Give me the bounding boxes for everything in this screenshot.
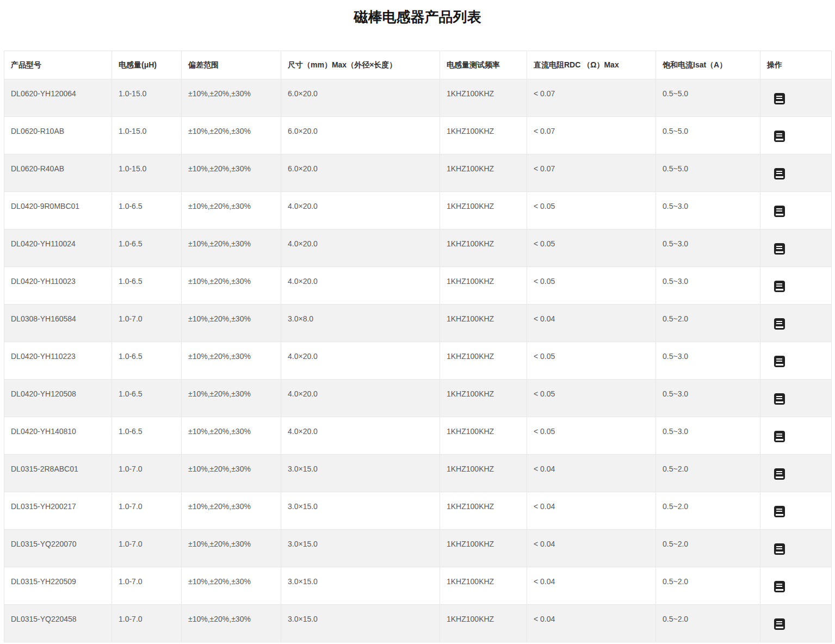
cell-freq: 1KHZ100KHZ (440, 154, 527, 192)
cell-rdc: < 0.05 (527, 417, 656, 455)
cell-rdc: < 0.05 (527, 267, 656, 305)
table-row: DL0620-R10AB1.0-15.0±10%,±20%,±30%6.0×20… (4, 117, 832, 154)
cell-isat: 0.5~2.0 (656, 305, 760, 342)
table-row: DL0420-YH1205081.0-6.5±10%,±20%,±30%4.0×… (4, 380, 832, 417)
cell-freq: 1KHZ100KHZ (440, 492, 527, 530)
cell-inductance: 1.0-6.5 (112, 380, 182, 417)
cell-action (760, 455, 832, 492)
book-icon[interactable] (774, 168, 785, 179)
cell-freq: 1KHZ100KHZ (440, 305, 527, 342)
cell-rdc: < 0.07 (527, 154, 656, 192)
cell-size: 3.0×8.0 (281, 305, 440, 342)
cell-rdc: < 0.04 (527, 305, 656, 342)
cell-isat: 0.5~3.0 (656, 230, 760, 267)
cell-inductance: 1.0-6.5 (112, 230, 182, 267)
table-row: DL0315-2R8ABC011.0-7.0±10%,±20%,±30%3.0×… (4, 455, 832, 492)
table-row: DL0315-YH2205091.0-7.0±10%,±20%,±30%3.0×… (4, 567, 832, 605)
cell-inductance: 1.0-6.5 (112, 417, 182, 455)
book-icon[interactable] (774, 356, 785, 367)
cell-freq: 1KHZ100KHZ (440, 605, 527, 642)
cell-size: 3.0×15.0 (281, 492, 440, 530)
cell-action (760, 267, 832, 305)
cell-inductance: 1.0-7.0 (112, 530, 182, 567)
book-icon[interactable] (774, 318, 785, 330)
book-icon[interactable] (774, 431, 785, 442)
cell-action (760, 154, 832, 192)
table-row: DL0420-9R0MBC011.0-6.5±10%,±20%,±30%4.0×… (4, 192, 832, 230)
cell-size: 4.0×20.0 (281, 380, 440, 417)
cell-isat: 0.5~5.0 (656, 154, 760, 192)
book-icon[interactable] (774, 468, 785, 480)
cell-freq: 1KHZ100KHZ (440, 192, 527, 230)
cell-size: 3.0×15.0 (281, 455, 440, 492)
cell-rdc: < 0.04 (527, 530, 656, 567)
table-row: DL0420-YH1100241.0-6.5±10%,±20%,±30%4.0×… (4, 230, 832, 267)
cell-model: DL0420-YH140810 (4, 417, 112, 455)
cell-action (760, 417, 832, 455)
cell-model: DL0315-2R8ABC01 (4, 455, 112, 492)
cell-freq: 1KHZ100KHZ (440, 417, 527, 455)
book-icon[interactable] (774, 93, 785, 104)
cell-isat: 0.5~2.0 (656, 567, 760, 605)
cell-tolerance: ±10%,±20%,±30% (182, 230, 281, 267)
book-icon[interactable] (774, 281, 785, 292)
cell-inductance: 1.0-7.0 (112, 605, 182, 642)
cell-tolerance: ±10%,±20%,±30% (182, 192, 281, 230)
cell-freq: 1KHZ100KHZ (440, 530, 527, 567)
cell-action (760, 192, 832, 230)
header-row: 产品型号电感量(μH)偏差范围尺寸（mm）Max（外径×长度）电感量测试频率直流… (4, 51, 832, 79)
cell-rdc: < 0.07 (527, 117, 656, 154)
cell-tolerance: ±10%,±20%,±30% (182, 530, 281, 567)
cell-tolerance: ±10%,±20%,±30% (182, 455, 281, 492)
cell-size: 6.0×20.0 (281, 154, 440, 192)
cell-model: DL0420-YH110024 (4, 230, 112, 267)
cell-size: 4.0×20.0 (281, 267, 440, 305)
cell-size: 4.0×20.0 (281, 230, 440, 267)
table-row: DL0420-YH1102231.0-6.5±10%,±20%,±30%4.0×… (4, 342, 832, 380)
cell-action (760, 530, 832, 567)
cell-isat: 0.5~3.0 (656, 342, 760, 380)
column-header-isat: 饱和电流Isat（A） (656, 51, 760, 79)
cell-action (760, 79, 832, 117)
book-icon[interactable] (774, 506, 785, 517)
cell-inductance: 1.0-6.5 (112, 192, 182, 230)
cell-isat: 0.5~5.0 (656, 117, 760, 154)
cell-model: DL0620-R40AB (4, 154, 112, 192)
column-header-inductance: 电感量(μH) (112, 51, 182, 79)
cell-rdc: < 0.07 (527, 79, 656, 117)
cell-model: DL0308-YH160584 (4, 305, 112, 342)
cell-rdc: < 0.05 (527, 342, 656, 380)
cell-freq: 1KHZ100KHZ (440, 342, 527, 380)
cell-tolerance: ±10%,±20%,±30% (182, 492, 281, 530)
cell-tolerance: ±10%,±20%,±30% (182, 342, 281, 380)
book-icon[interactable] (774, 543, 785, 555)
cell-model: DL0420-9R0MBC01 (4, 192, 112, 230)
cell-tolerance: ±10%,±20%,±30% (182, 305, 281, 342)
book-icon[interactable] (774, 131, 785, 142)
column-header-model: 产品型号 (4, 51, 112, 79)
cell-inductance: 1.0-15.0 (112, 79, 182, 117)
cell-rdc: < 0.04 (527, 567, 656, 605)
book-icon[interactable] (774, 393, 785, 405)
cell-tolerance: ±10%,±20%,±30% (182, 567, 281, 605)
cell-tolerance: ±10%,±20%,±30% (182, 117, 281, 154)
book-icon[interactable] (774, 581, 785, 592)
book-icon[interactable] (774, 243, 785, 255)
cell-isat: 0.5~3.0 (656, 192, 760, 230)
cell-action (760, 492, 832, 530)
book-icon[interactable] (774, 618, 785, 630)
cell-freq: 1KHZ100KHZ (440, 455, 527, 492)
cell-action (760, 305, 832, 342)
cell-rdc: < 0.05 (527, 192, 656, 230)
table-row: DL0420-YH1408101.0-6.5±10%,±20%,±30%4.0×… (4, 417, 832, 455)
cell-action (760, 230, 832, 267)
table-body: DL0620-YH1200641.0-15.0±10%,±20%,±30%6.0… (4, 79, 832, 642)
book-icon[interactable] (774, 206, 785, 217)
column-header-size: 尺寸（mm）Max（外径×长度） (281, 51, 440, 79)
cell-inductance: 1.0-7.0 (112, 492, 182, 530)
cell-isat: 0.5~5.0 (656, 79, 760, 117)
cell-inductance: 1.0-15.0 (112, 154, 182, 192)
table-row: DL0315-YQ2204581.0-7.0±10%,±20%,±30%3.0×… (4, 605, 832, 642)
cell-tolerance: ±10%,±20%,±30% (182, 605, 281, 642)
cell-model: DL0620-YH120064 (4, 79, 112, 117)
